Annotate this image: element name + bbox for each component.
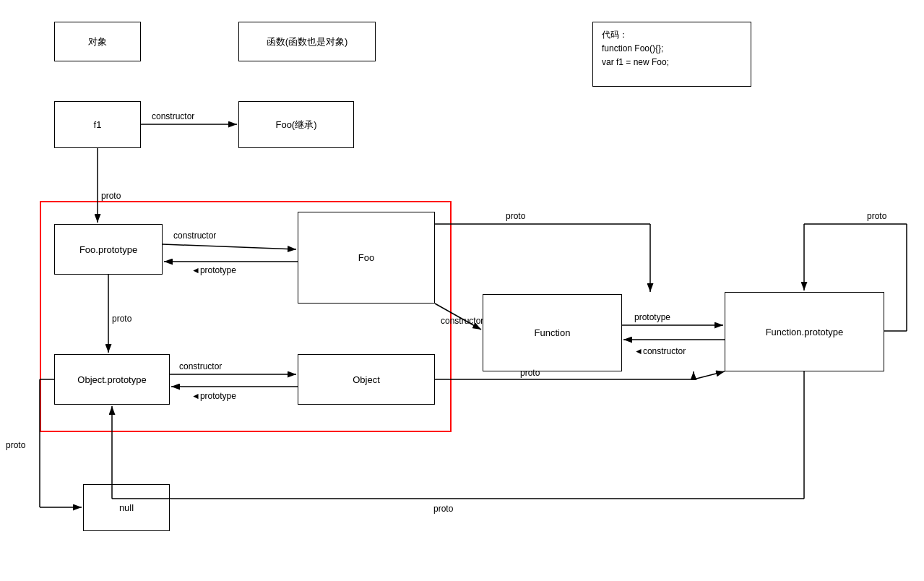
- label-prototype-foo-fp: ◄prototype: [191, 265, 236, 275]
- label-prototype-obj-op: ◄prototype: [191, 391, 236, 401]
- diagram: 对象 函数(函数也是对象) f1 Foo(继承) Foo.prototype F…: [0, 0, 924, 581]
- label-constructor-fp-foo: constructor: [173, 231, 216, 241]
- label-constructor-foo-func: constructor: [441, 316, 483, 326]
- svg-line-12: [435, 304, 481, 330]
- box-null: null: [83, 484, 170, 531]
- box-foo-inherit: Foo(继承): [238, 101, 354, 148]
- label-constructor-funcp-func: ◄constructor: [634, 346, 686, 356]
- object-prototype-text: Object.prototype: [77, 374, 146, 385]
- null-text: null: [119, 502, 134, 513]
- func-label-text: 函数(函数也是对象): [267, 35, 348, 48]
- object-label-text: 对象: [88, 35, 107, 48]
- function-prototype-text: Function.prototype: [766, 327, 844, 337]
- foo-inherit-text: Foo(继承): [275, 119, 316, 132]
- foo-prototype-text: Foo.prototype: [79, 244, 137, 255]
- object-text: Object: [353, 374, 380, 385]
- code-line2: var f1 = new Foo;: [602, 56, 742, 69]
- label-proto-op-null: proto: [6, 440, 26, 450]
- label-proto-fp-op: proto: [112, 314, 132, 324]
- code-box: 代码： function Foo(){}; var f1 = new Foo;: [592, 22, 751, 87]
- box-foo: Foo: [298, 212, 435, 304]
- f1-text: f1: [94, 119, 102, 130]
- label-proto-f1: proto: [101, 191, 121, 201]
- box-func-label: 函数(函数也是对象): [238, 22, 376, 61]
- label-proto-funcp-objp: proto: [433, 504, 454, 514]
- svg-line-19: [694, 371, 725, 379]
- code-title: 代码：: [602, 28, 742, 42]
- box-f1: f1: [54, 101, 141, 148]
- box-function-prototype: Function.prototype: [725, 292, 884, 371]
- box-object-prototype: Object.prototype: [54, 354, 170, 405]
- foo-text: Foo: [358, 252, 374, 263]
- svg-line-4: [163, 244, 296, 249]
- label-constructor-f1-foo: constructor: [152, 111, 194, 121]
- function-text: Function: [535, 327, 571, 338]
- box-object: Object: [298, 354, 435, 405]
- label-prototype-func-funcp: prototype: [634, 312, 670, 322]
- label-proto-funcp-self: proto: [867, 211, 887, 221]
- label-constructor-op-obj: constructor: [179, 361, 222, 371]
- box-object-label: 对象: [54, 22, 141, 61]
- label-proto-foo-funcp: proto: [506, 211, 526, 221]
- box-foo-prototype: Foo.prototype: [54, 224, 163, 275]
- box-function: Function: [483, 294, 622, 371]
- code-line1: function Foo(){};: [602, 42, 742, 56]
